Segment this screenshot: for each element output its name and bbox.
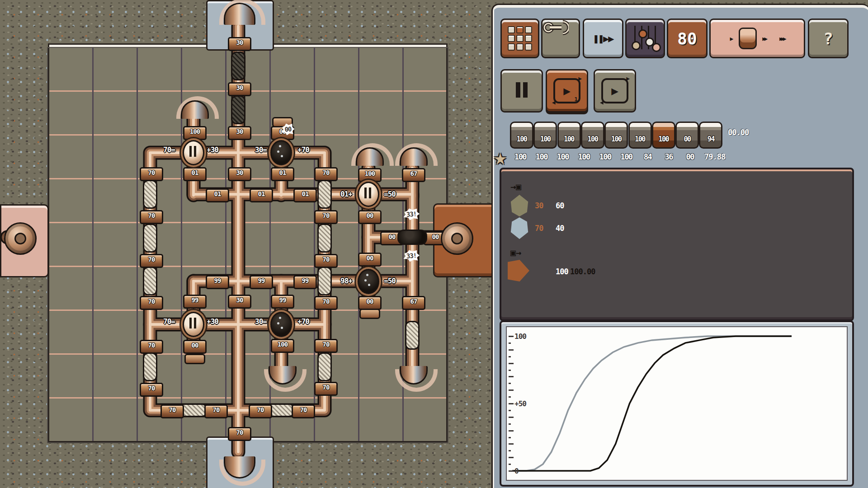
average-score: 79.88 [704, 152, 725, 161]
axis-tick [509, 349, 514, 351]
axis-tick-label: 100 [514, 332, 526, 341]
input-fluid-blob [509, 195, 530, 216]
level-canister-3[interactable]: 100 [557, 122, 581, 149]
toolbar-button-settings[interactable] [625, 19, 665, 58]
pipe-coupling[interactable]: 01 [271, 167, 294, 181]
input-amount: 60 [556, 201, 564, 210]
pipe-coupling[interactable]: 01 [183, 167, 207, 181]
flow-graph-plot: 100+500 [506, 326, 848, 481]
flow-op-label: =50 [384, 190, 396, 198]
toolbar-button-help[interactable]: ? [808, 19, 849, 58]
playback-button-play-loop-once[interactable]: ▶▶▶1 [546, 69, 588, 113]
pipe-mesh-window [231, 52, 245, 80]
pipe-coupling[interactable]: 00 [358, 210, 382, 224]
pipe-coupling[interactable]: 99 [271, 295, 294, 309]
pipe-coupling[interactable]: 30 [228, 167, 251, 181]
input-icon: →▣ [510, 181, 521, 192]
pipe-coupling[interactable]: 70 [314, 210, 338, 224]
pipe-segment [193, 180, 412, 367]
pipe-coupling[interactable]: 70 [292, 404, 315, 418]
level-canister-2[interactable]: 100 [533, 122, 557, 149]
input-fluid-blob [509, 217, 530, 239]
pipe-coupling[interactable]: 00 [358, 253, 382, 267]
wrench-icon [542, 20, 569, 35]
pipe-coupling[interactable]: 70 [140, 340, 163, 354]
pipe-coupling[interactable]: 67 [402, 168, 425, 182]
toolbar-button-levels[interactable] [500, 19, 539, 58]
level-canister-9[interactable]: 94 [699, 122, 722, 149]
pipe-coupling[interactable]: 99 [206, 275, 229, 289]
pipe-coupling[interactable]: 70 [204, 404, 228, 418]
input-rate: 70 [535, 224, 543, 233]
level-canister-7[interactable]: 100 [652, 122, 675, 149]
keypad-icon [508, 26, 532, 51]
pipe-coupling[interactable]: 67 [402, 296, 425, 310]
level-canister-6[interactable]: 100 [628, 122, 652, 149]
pipe-cap [359, 309, 380, 319]
valve[interactable] [183, 312, 204, 337]
valve[interactable] [183, 140, 204, 165]
pipe-coupling[interactable]: 70 [314, 254, 338, 268]
pipe-coupling[interactable]: 70 [140, 254, 163, 268]
pipe-coupling[interactable]: 100 [183, 126, 207, 140]
output-total: 100.00 [570, 267, 595, 276]
output-fluid-blob [508, 260, 529, 282]
pipe-mesh-window [231, 95, 245, 124]
pipe-coupling[interactable]: 99 [183, 295, 207, 309]
level-canister-5[interactable]: 100 [604, 122, 628, 149]
axis-tick [509, 417, 514, 418]
flow-curves [507, 327, 847, 480]
pipe-coupling[interactable]: 70 [228, 427, 251, 441]
pipe-coupling[interactable]: 70 [314, 382, 338, 396]
flow-op-label: +30 [207, 145, 218, 154]
pipe-coupling[interactable]: 00 [358, 296, 382, 310]
valve[interactable] [358, 182, 379, 207]
pipe-coupling[interactable]: 30 [228, 82, 251, 96]
pipe-coupling[interactable]: 99 [293, 275, 317, 289]
pump[interactable] [270, 140, 292, 165]
pipe-coupling[interactable]: 70 [140, 210, 163, 224]
toolbar-button-step[interactable]: ❚❚▶▶ [583, 19, 623, 58]
help-label: ? [823, 29, 833, 48]
axis-tick-label: +50 [514, 399, 526, 408]
level-canister-1[interactable]: 100 [510, 122, 533, 149]
pipe-coupling[interactable]: 70 [140, 167, 163, 181]
pipe-coupling[interactable]: 70 [140, 296, 163, 310]
pipe-coupling[interactable]: 100 [358, 168, 382, 182]
pipe-coupling[interactable]: 30 [228, 37, 251, 51]
pipe-coupling[interactable]: 70 [314, 167, 338, 181]
loop-arrow: ▶ [626, 75, 630, 82]
pipe-coupling[interactable]: 70 [314, 296, 338, 310]
output-amount: 100 [556, 267, 568, 276]
pipe-coupling[interactable]: 01 [206, 188, 229, 202]
level-best-score: 36 [657, 152, 680, 161]
playback-button-pause[interactable] [500, 69, 543, 113]
pipe-coupling[interactable]: 70 [160, 404, 184, 418]
toolbar-button-counter[interactable]: 80 [667, 19, 708, 58]
playback-button-play-loop[interactable]: ▶▶▶ [594, 69, 636, 113]
flow-op-label: 70= [163, 317, 175, 326]
pipe-coupling[interactable]: 100 [271, 339, 294, 353]
pipe-coupling[interactable]: 00 [183, 340, 207, 354]
pump-horizontal[interactable] [397, 230, 427, 245]
pipe-coupling[interactable]: 01 [250, 188, 273, 202]
fast-forward-icon: ▶▶ [762, 35, 766, 42]
level-canister-4[interactable]: 100 [581, 122, 604, 149]
port-elbow-ring [441, 222, 473, 255]
pump[interactable] [270, 312, 292, 337]
pipe-coupling[interactable]: 70 [140, 383, 163, 397]
barrel-icon [739, 28, 757, 49]
pipe-coupling[interactable]: 30 [228, 295, 251, 309]
level-canister-8[interactable]: 00 [675, 122, 699, 149]
pump[interactable] [358, 269, 379, 294]
pipe-mesh-window [317, 352, 332, 381]
pipe-coupling[interactable]: 70 [249, 404, 272, 418]
flow-op-label: 70= [163, 145, 175, 154]
pipe-coupling[interactable]: 01 [293, 188, 317, 202]
pipe-coupling[interactable]: 30 [228, 126, 251, 140]
pipe-coupling[interactable]: 70 [314, 339, 338, 353]
toolbar-button-tools[interactable] [541, 19, 580, 58]
flow-graph-panel: 100+500 [500, 320, 854, 487]
pipe-coupling[interactable]: 99 [250, 275, 273, 289]
toolbar-button-simulate[interactable]: ▶▶▶▶▶▶ [709, 19, 805, 58]
